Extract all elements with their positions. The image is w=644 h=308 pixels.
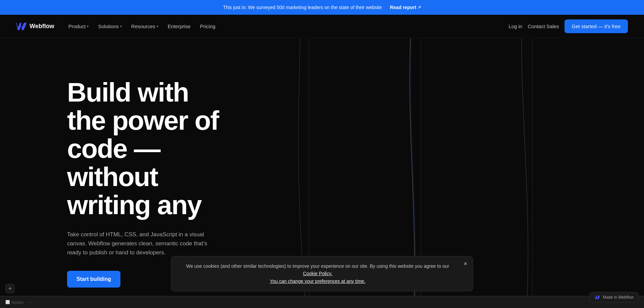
nav-left: Webflow Product ▾ Solutions ▾ Resources … (16, 21, 219, 32)
nav-right: Log in Contact Sales Get started — it's … (508, 19, 628, 33)
bottom-toolbar-right: ⬜ Section ··· (5, 300, 32, 304)
bottom-toolbar-actions: ··· (29, 300, 32, 304)
nav-links: Product ▾ Solutions ▾ Resources ▾ Enterp… (65, 21, 219, 32)
cookie-preferences-link[interactable]: You can change your preferences at any t… (270, 279, 365, 284)
cookie-banner: We use cookies (and other similar techno… (171, 256, 473, 291)
hero-content: Build with the power of code — without w… (0, 65, 235, 288)
login-link[interactable]: Log in (508, 23, 522, 29)
webflow-logo-icon (16, 23, 27, 30)
chevron-down-icon: ▾ (87, 24, 89, 28)
chevron-down-icon: ▾ (157, 24, 158, 28)
section-label: ⬜ Section (5, 300, 24, 304)
logo[interactable]: Webflow (16, 23, 54, 30)
nav-pricing[interactable]: Pricing (197, 21, 219, 32)
webflow-badge-icon (595, 296, 600, 299)
chevron-down-icon: ▾ (120, 24, 122, 28)
cookie-policy-link[interactable]: Cookie Policy. (303, 271, 332, 276)
nav-resources[interactable]: Resources ▾ (128, 21, 162, 32)
hero-subtitle: Take control of HTML, CSS, and JavaScrip… (67, 230, 219, 257)
announcement-banner: This just in: We surveyed 500 marketing … (0, 0, 644, 15)
cookie-close-button[interactable]: × (464, 260, 467, 267)
hero-title: Build with the power of code — without w… (67, 78, 219, 219)
nav-solutions[interactable]: Solutions ▾ (95, 21, 125, 32)
made-in-webflow-badge[interactable]: Made in Webflow (590, 292, 639, 303)
nav-enterprise[interactable]: Enterprise (164, 21, 194, 32)
banner-link[interactable]: Read report (390, 5, 421, 10)
cookie-text: We use cookies (and other similar techno… (186, 263, 449, 284)
logo-text: Webflow (30, 23, 54, 30)
main-nav: Webflow Product ▾ Solutions ▾ Resources … (0, 15, 644, 38)
add-element-button[interactable]: + (5, 284, 15, 293)
bottom-toolbar: + ⬜ Section ··· (0, 296, 644, 308)
start-building-button[interactable]: Start building (67, 271, 120, 288)
nav-product[interactable]: Product ▾ (65, 21, 92, 32)
made-badge-label: Made in Webflow (603, 295, 634, 300)
get-started-button[interactable]: Get started — it's free (565, 19, 628, 33)
contact-sales-link[interactable]: Contact Sales (528, 23, 559, 29)
banner-text: This just in: We surveyed 500 marketing … (223, 5, 382, 10)
